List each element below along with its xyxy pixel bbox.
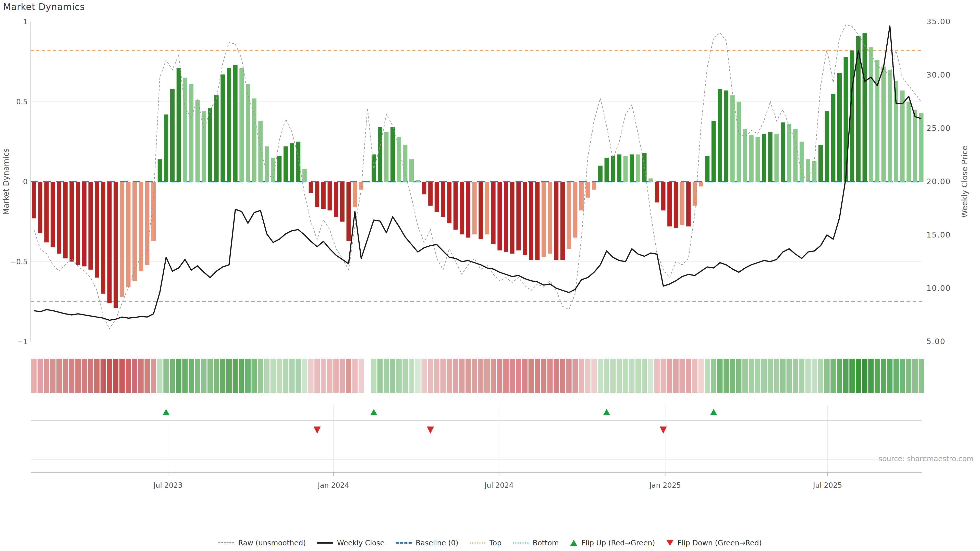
heatmap-cell (132, 359, 137, 393)
dynamics-bar (38, 182, 42, 233)
heatmap-cell (402, 359, 408, 393)
heatmap-cell (359, 359, 364, 393)
heatmap-cell (900, 359, 905, 393)
dynamics-bar (158, 159, 162, 182)
heatmap-cell (768, 359, 773, 393)
dynamics-bar (139, 182, 143, 271)
heatmap-cell (182, 359, 188, 393)
heatmap-cell (837, 359, 842, 393)
dynamics-bar (542, 182, 546, 257)
heatmap-cell (233, 359, 238, 393)
dynamics-bar (630, 154, 634, 182)
heatmap-cell (843, 359, 849, 393)
heatmap-cell (327, 359, 332, 393)
heatmap-cell (422, 359, 427, 393)
heatmap-cell (617, 359, 622, 393)
dynamics-bar (252, 98, 256, 182)
legend-label: Bottom (533, 539, 559, 547)
dynamics-bar (787, 124, 791, 182)
dynamics-bar (875, 60, 880, 182)
heatmap-cell (151, 359, 156, 393)
heatmap-cell (856, 359, 861, 393)
dynamics-bar (781, 122, 785, 182)
dynamics-bar (101, 182, 105, 294)
heatmap-cell (560, 359, 565, 393)
dynamics-bar (485, 182, 489, 234)
heatmap-cell (516, 359, 521, 393)
heatmap-cell (82, 359, 87, 393)
heatmap-cell (258, 359, 263, 393)
dynamics-bar (428, 182, 433, 206)
dynamics-bar (265, 146, 269, 182)
flip-up-marker (370, 409, 377, 415)
heatmap-cell (283, 359, 288, 393)
heatmap-cell (661, 359, 666, 393)
heatmap-cell (522, 359, 528, 393)
heatmap-cell (830, 359, 836, 393)
heatmap-cell (314, 359, 320, 393)
heatmap-cell (346, 359, 352, 393)
heatmap-cell (566, 359, 572, 393)
dynamics-bar (397, 137, 401, 182)
dynamics-bar (636, 154, 640, 182)
heatmap-cell (138, 359, 144, 393)
heatmap-cell (673, 359, 679, 393)
x-axis-tick-label: Jul 2025 (813, 481, 842, 489)
flip-up-triangle-icon (570, 540, 577, 546)
heatmap-cell (547, 359, 553, 393)
dynamics-bar (743, 129, 747, 182)
dynamics-bar (793, 129, 797, 182)
heatmap-cell (453, 359, 458, 393)
heatmap-cell (591, 359, 597, 393)
dynamics-bar (674, 182, 678, 228)
dynamics-bar (189, 84, 193, 182)
heatmap-cell (176, 359, 181, 393)
dynamics-bar (655, 182, 659, 203)
dynamics-bar (573, 182, 577, 238)
heatmap-cell (906, 359, 912, 393)
close-line-swatch (317, 542, 333, 544)
dynamics-bar (818, 145, 823, 182)
heatmap-cell (88, 359, 93, 393)
heatmap-cell (535, 359, 540, 393)
heatmap-cell (635, 359, 641, 393)
dynamics-bar (497, 182, 502, 251)
heatmap-cell (818, 359, 823, 393)
dynamics-bar (686, 182, 690, 227)
dynamics-bar (711, 121, 716, 182)
dynamics-bar (579, 182, 584, 210)
dynamics-bar (812, 161, 816, 182)
dynamics-bar (592, 182, 596, 189)
dynamics-bar (800, 141, 804, 182)
dynamics-bar (661, 182, 666, 210)
heatmap-cell (654, 359, 660, 393)
dynamics-bar (466, 182, 470, 238)
left-axis-tick-label: −0.5 (10, 258, 27, 266)
flip-down-triangle-icon (667, 540, 673, 546)
legend-label: Weekly Close (337, 539, 384, 547)
heatmap-cell (780, 359, 786, 393)
dynamics-bar (246, 84, 250, 182)
dynamics-bar (510, 182, 514, 254)
dynamics-bar (831, 94, 835, 182)
dynamics-bar (403, 145, 407, 182)
x-axis-tick-label: Jul 2024 (484, 481, 514, 489)
heatmap-cell (623, 359, 628, 393)
heatmap-cell (912, 359, 918, 393)
heatmap-cell (686, 359, 691, 393)
heatmap-cell (415, 359, 421, 393)
dynamics-bar (233, 65, 238, 182)
legend-item: Flip Down (Green→Red) (667, 539, 762, 547)
dynamics-bar (334, 182, 338, 217)
dynamics-bar (680, 182, 684, 225)
heatmap-cell (510, 359, 515, 393)
market-dynamics-chart: Jul 2023Jan 2024Jul 2024Jan 2025Jul 2025… (0, 0, 980, 530)
left-axis-tick-label: 0.5 (16, 98, 27, 106)
dynamics-bar (894, 81, 898, 182)
legend-item: Flip Up (Red→Green) (570, 539, 655, 547)
heatmap-cell (390, 359, 395, 393)
dynamics-bar (825, 111, 829, 182)
dynamics-bar (215, 95, 219, 182)
dynamics-bar (321, 182, 326, 209)
dynamics-bar (296, 141, 301, 182)
